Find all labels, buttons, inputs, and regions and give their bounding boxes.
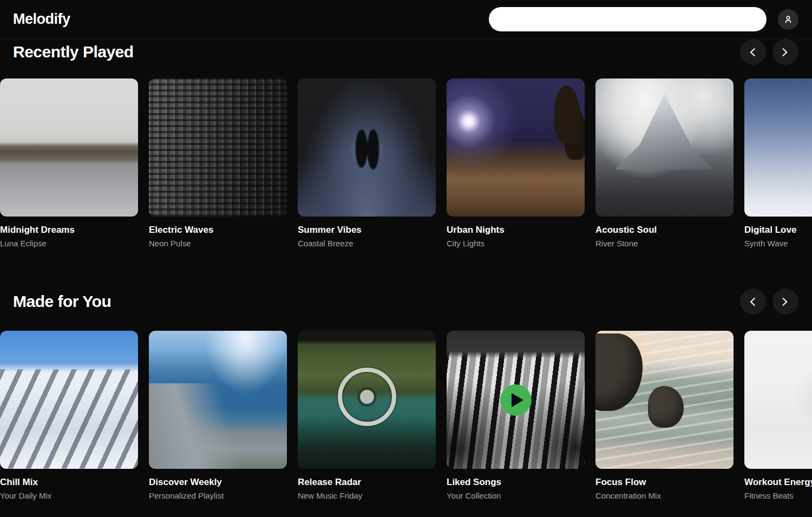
carousel-controls — [740, 39, 798, 65]
section-title: Made for You — [13, 292, 111, 311]
card-subtitle: Concentration Mix — [595, 490, 734, 501]
play-button[interactable] — [500, 384, 532, 416]
playlist-card[interactable]: Midnight DreamsLuna Eclipse — [0, 78, 138, 249]
card-title: Summer Vibes — [298, 224, 436, 236]
album-art — [595, 331, 734, 469]
playlist-card[interactable]: Release RadarNew Music Friday — [298, 331, 436, 501]
playlist-card[interactable]: Acoustic SoulRiver Stone — [595, 78, 734, 249]
card-title: Chill Mix — [0, 476, 138, 488]
album-art — [298, 78, 436, 217]
card-title: Workout Energy — [744, 476, 812, 488]
card-subtitle: Your Collection — [447, 490, 585, 501]
card-title: Digital Love — [744, 224, 812, 236]
carousel-next-button[interactable] — [772, 289, 798, 315]
section-header: Made for You — [0, 289, 812, 315]
playlist-card[interactable]: Digital LoveSynth Wave — [744, 78, 812, 249]
album-art — [0, 78, 138, 217]
chevron-left-icon — [750, 297, 758, 306]
app-logo: Melodify — [13, 11, 70, 28]
card-subtitle: Luna Eclipse — [0, 238, 138, 249]
playlist-card[interactable]: Chill MixYour Daily Mix — [0, 331, 138, 501]
album-art — [298, 331, 436, 469]
card-subtitle: City Lights — [447, 238, 585, 249]
album-art — [744, 78, 812, 217]
album-art — [447, 78, 585, 217]
card-subtitle: Your Daily Mix — [0, 490, 138, 501]
profile-button[interactable] — [778, 9, 798, 30]
playlist-card[interactable]: Focus FlowConcentration Mix — [595, 331, 734, 501]
section-recently-played: Recently Played Midnight DreamsLuna Ecli… — [0, 39, 812, 249]
album-art — [149, 78, 287, 217]
card-title: Acoustic Soul — [595, 224, 734, 236]
card-row: Chill MixYour Daily MixDiscover WeeklyPe… — [0, 331, 812, 501]
playlist-card[interactable]: Urban NightsCity Lights — [447, 78, 585, 249]
user-icon — [783, 14, 794, 25]
card-title: Electric Waves — [149, 224, 287, 236]
carousel-prev-button[interactable] — [740, 39, 766, 65]
album-art — [595, 78, 734, 217]
card-title: Discover Weekly — [149, 476, 287, 488]
app-header: Melodify — [0, 0, 812, 39]
card-subtitle: Fitness Beats — [744, 490, 812, 501]
carousel-prev-button[interactable] — [740, 289, 766, 315]
card-row: Midnight DreamsLuna EclipseElectric Wave… — [0, 78, 812, 249]
card-title: Focus Flow — [595, 476, 734, 488]
playlist-card[interactable]: Discover WeeklyPersonalized Playlist — [149, 331, 287, 501]
album-art — [744, 331, 812, 469]
card-title: Midnight Dreams — [0, 224, 138, 236]
chevron-left-icon — [750, 48, 758, 56]
album-art — [149, 331, 287, 469]
card-subtitle: Coastal Breeze — [298, 238, 436, 249]
play-icon — [512, 393, 523, 407]
section-header: Recently Played — [0, 39, 812, 65]
chevron-right-icon — [778, 48, 787, 56]
carousel-controls — [740, 289, 798, 315]
section-title: Recently Played — [13, 43, 134, 61]
card-title: Urban Nights — [447, 224, 585, 236]
album-art — [447, 331, 585, 469]
card-subtitle: New Music Friday — [298, 490, 436, 501]
card-subtitle: Synth Wave — [744, 238, 812, 249]
search-input[interactable] — [489, 7, 767, 31]
chevron-right-icon — [778, 297, 787, 306]
card-subtitle: River Stone — [595, 238, 734, 249]
carousel-next-button[interactable] — [772, 39, 798, 65]
section-made-for-you: Made for You Chill MixYour Daily MixDisc… — [0, 289, 812, 501]
playlist-card[interactable]: Summer VibesCoastal Breeze — [298, 78, 436, 249]
card-title: Release Radar — [298, 476, 436, 488]
card-subtitle: Personalized Playlist — [149, 490, 287, 501]
playlist-card[interactable]: Liked SongsYour Collection — [447, 331, 585, 501]
album-art — [0, 331, 138, 469]
card-title: Liked Songs — [447, 476, 585, 488]
playlist-card[interactable]: Electric WavesNeon Pulse — [149, 78, 287, 249]
card-subtitle: Neon Pulse — [149, 238, 287, 249]
playlist-card[interactable]: Workout EnergyFitness Beats — [744, 331, 812, 501]
